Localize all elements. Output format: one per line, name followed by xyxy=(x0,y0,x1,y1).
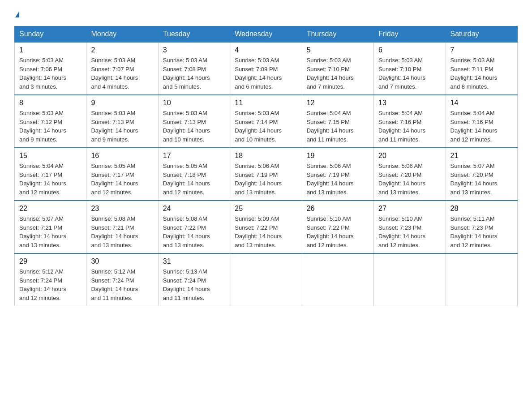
day-number: 7 xyxy=(450,46,513,54)
day-number: 2 xyxy=(91,46,153,54)
week-row-4: 22Sunrise: 5:07 AMSunset: 7:21 PMDayligh… xyxy=(15,201,518,253)
calendar-cell: 18Sunrise: 5:06 AMSunset: 7:19 PMDayligh… xyxy=(230,148,302,201)
day-info: Sunrise: 5:12 AMSunset: 7:24 PMDaylight:… xyxy=(19,267,82,302)
day-number: 8 xyxy=(19,99,82,107)
day-info: Sunrise: 5:06 AMSunset: 7:20 PMDaylight:… xyxy=(378,162,441,197)
day-info: Sunrise: 5:07 AMSunset: 7:20 PMDaylight:… xyxy=(450,162,513,197)
day-info: Sunrise: 5:08 AMSunset: 7:22 PMDaylight:… xyxy=(163,214,225,249)
calendar-cell: 6Sunrise: 5:03 AMSunset: 7:10 PMDaylight… xyxy=(374,42,446,95)
day-info: Sunrise: 5:08 AMSunset: 7:21 PMDaylight:… xyxy=(91,214,153,249)
day-header-thursday: Thursday xyxy=(302,26,373,43)
day-number: 3 xyxy=(163,46,225,54)
calendar-cell: 23Sunrise: 5:08 AMSunset: 7:21 PMDayligh… xyxy=(86,201,158,253)
day-number: 1 xyxy=(19,46,82,54)
day-number: 27 xyxy=(378,205,441,213)
calendar-cell: 24Sunrise: 5:08 AMSunset: 7:22 PMDayligh… xyxy=(158,201,230,253)
day-number: 19 xyxy=(307,152,369,160)
calendar-cell xyxy=(446,253,517,306)
day-number: 28 xyxy=(450,205,513,213)
day-info: Sunrise: 5:03 AMSunset: 7:13 PMDaylight:… xyxy=(163,109,225,144)
calendar-cell: 20Sunrise: 5:06 AMSunset: 7:20 PMDayligh… xyxy=(374,148,446,201)
calendar-cell: 2Sunrise: 5:03 AMSunset: 7:07 PMDaylight… xyxy=(86,42,158,95)
day-info: Sunrise: 5:03 AMSunset: 7:12 PMDaylight:… xyxy=(19,109,82,144)
calendar-cell: 13Sunrise: 5:04 AMSunset: 7:16 PMDayligh… xyxy=(374,95,446,148)
day-info: Sunrise: 5:05 AMSunset: 7:18 PMDaylight:… xyxy=(163,162,225,197)
calendar-cell: 19Sunrise: 5:06 AMSunset: 7:19 PMDayligh… xyxy=(302,148,373,201)
day-header-saturday: Saturday xyxy=(446,26,517,43)
day-info: Sunrise: 5:04 AMSunset: 7:16 PMDaylight:… xyxy=(378,109,441,144)
calendar-cell: 21Sunrise: 5:07 AMSunset: 7:20 PMDayligh… xyxy=(446,148,517,201)
day-number: 23 xyxy=(91,205,153,213)
day-number: 5 xyxy=(307,46,369,54)
day-number: 4 xyxy=(235,46,297,54)
calendar-cell: 3Sunrise: 5:03 AMSunset: 7:08 PMDaylight… xyxy=(158,42,230,95)
day-number: 16 xyxy=(91,152,153,160)
day-number: 12 xyxy=(307,99,369,107)
day-number: 18 xyxy=(235,152,297,160)
day-info: Sunrise: 5:03 AMSunset: 7:10 PMDaylight:… xyxy=(378,56,441,91)
day-info: Sunrise: 5:07 AMSunset: 7:21 PMDaylight:… xyxy=(19,214,82,249)
day-info: Sunrise: 5:03 AMSunset: 7:13 PMDaylight:… xyxy=(91,109,153,144)
calendar-cell: 26Sunrise: 5:10 AMSunset: 7:22 PMDayligh… xyxy=(302,201,373,253)
day-header-wednesday: Wednesday xyxy=(230,26,302,43)
day-info: Sunrise: 5:03 AMSunset: 7:07 PMDaylight:… xyxy=(91,56,153,91)
day-info: Sunrise: 5:04 AMSunset: 7:15 PMDaylight:… xyxy=(307,109,369,144)
day-info: Sunrise: 5:05 AMSunset: 7:17 PMDaylight:… xyxy=(91,162,153,197)
day-info: Sunrise: 5:06 AMSunset: 7:19 PMDaylight:… xyxy=(307,162,369,197)
week-row-5: 29Sunrise: 5:12 AMSunset: 7:24 PMDayligh… xyxy=(15,253,518,306)
day-info: Sunrise: 5:11 AMSunset: 7:23 PMDaylight:… xyxy=(450,214,513,249)
day-info: Sunrise: 5:13 AMSunset: 7:24 PMDaylight:… xyxy=(163,267,225,302)
day-number: 9 xyxy=(91,99,153,107)
day-number: 22 xyxy=(19,205,82,213)
calendar-cell: 4Sunrise: 5:03 AMSunset: 7:09 PMDaylight… xyxy=(230,42,302,95)
day-info: Sunrise: 5:10 AMSunset: 7:22 PMDaylight:… xyxy=(307,214,369,249)
day-header-friday: Friday xyxy=(374,26,446,43)
day-info: Sunrise: 5:03 AMSunset: 7:10 PMDaylight:… xyxy=(307,56,369,91)
week-row-3: 15Sunrise: 5:04 AMSunset: 7:17 PMDayligh… xyxy=(15,148,518,201)
calendar-table: SundayMondayTuesdayWednesdayThursdayFrid… xyxy=(14,26,518,306)
day-info: Sunrise: 5:03 AMSunset: 7:08 PMDaylight:… xyxy=(163,56,225,91)
calendar-cell: 28Sunrise: 5:11 AMSunset: 7:23 PMDayligh… xyxy=(446,201,517,253)
day-number: 13 xyxy=(378,99,441,107)
day-info: Sunrise: 5:06 AMSunset: 7:19 PMDaylight:… xyxy=(235,162,297,197)
day-info: Sunrise: 5:04 AMSunset: 7:16 PMDaylight:… xyxy=(450,109,513,144)
day-header-monday: Monday xyxy=(86,26,158,43)
day-number: 21 xyxy=(450,152,513,160)
week-row-2: 8Sunrise: 5:03 AMSunset: 7:12 PMDaylight… xyxy=(15,95,518,148)
calendar-cell: 7Sunrise: 5:03 AMSunset: 7:11 PMDaylight… xyxy=(446,42,517,95)
day-info: Sunrise: 5:10 AMSunset: 7:23 PMDaylight:… xyxy=(378,214,441,249)
calendar-cell: 22Sunrise: 5:07 AMSunset: 7:21 PMDayligh… xyxy=(15,201,86,253)
calendar-cell: 15Sunrise: 5:04 AMSunset: 7:17 PMDayligh… xyxy=(15,148,86,201)
calendar-cell: 31Sunrise: 5:13 AMSunset: 7:24 PMDayligh… xyxy=(158,253,230,306)
day-number: 17 xyxy=(163,152,225,160)
day-number: 14 xyxy=(450,99,513,107)
day-info: Sunrise: 5:04 AMSunset: 7:17 PMDaylight:… xyxy=(19,162,82,197)
logo xyxy=(14,13,19,19)
day-number: 25 xyxy=(235,205,297,213)
day-header-sunday: Sunday xyxy=(15,26,86,43)
calendar-cell: 14Sunrise: 5:04 AMSunset: 7:16 PMDayligh… xyxy=(446,95,517,148)
day-number: 29 xyxy=(19,257,82,265)
calendar-cell: 12Sunrise: 5:04 AMSunset: 7:15 PMDayligh… xyxy=(302,95,373,148)
day-number: 6 xyxy=(378,46,441,54)
calendar-header-row: SundayMondayTuesdayWednesdayThursdayFrid… xyxy=(15,26,518,43)
calendar-cell: 11Sunrise: 5:03 AMSunset: 7:14 PMDayligh… xyxy=(230,95,302,148)
calendar-cell: 16Sunrise: 5:05 AMSunset: 7:17 PMDayligh… xyxy=(86,148,158,201)
calendar-cell xyxy=(230,253,302,306)
day-info: Sunrise: 5:03 AMSunset: 7:14 PMDaylight:… xyxy=(235,109,297,144)
calendar-cell: 30Sunrise: 5:12 AMSunset: 7:24 PMDayligh… xyxy=(86,253,158,306)
page-header xyxy=(14,11,518,19)
calendar-cell: 29Sunrise: 5:12 AMSunset: 7:24 PMDayligh… xyxy=(15,253,86,306)
day-info: Sunrise: 5:09 AMSunset: 7:22 PMDaylight:… xyxy=(235,214,297,249)
calendar-cell: 5Sunrise: 5:03 AMSunset: 7:10 PMDaylight… xyxy=(302,42,373,95)
week-row-1: 1Sunrise: 5:03 AMSunset: 7:06 PMDaylight… xyxy=(15,42,518,95)
calendar-cell: 17Sunrise: 5:05 AMSunset: 7:18 PMDayligh… xyxy=(158,148,230,201)
logo-triangle-icon xyxy=(15,11,19,17)
day-number: 20 xyxy=(378,152,441,160)
day-number: 24 xyxy=(163,205,225,213)
day-number: 11 xyxy=(235,99,297,107)
calendar-cell: 27Sunrise: 5:10 AMSunset: 7:23 PMDayligh… xyxy=(374,201,446,253)
day-number: 30 xyxy=(91,257,153,265)
calendar-cell: 1Sunrise: 5:03 AMSunset: 7:06 PMDaylight… xyxy=(15,42,86,95)
day-info: Sunrise: 5:12 AMSunset: 7:24 PMDaylight:… xyxy=(91,267,153,302)
